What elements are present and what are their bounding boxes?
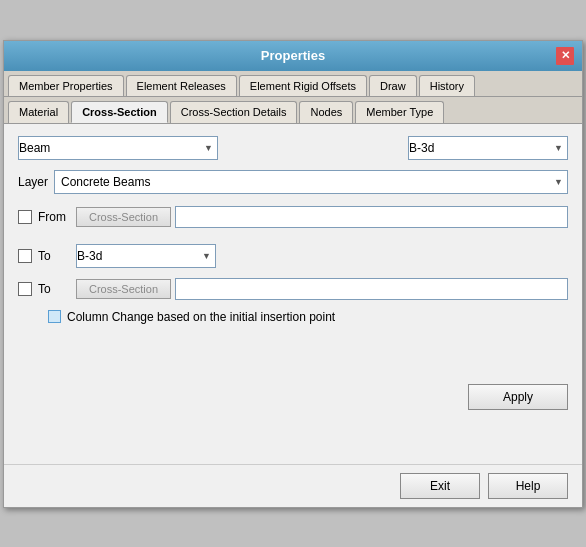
tabs-row1: Member Properties Element Releases Eleme…: [4, 71, 582, 97]
column-change-checkbox[interactable]: [48, 310, 61, 323]
from-checkbox[interactable]: [18, 210, 32, 224]
window-title: Properties: [30, 48, 556, 63]
b3d-select-wrapper: B-3d: [408, 136, 568, 160]
tab-element-rigid-offsets[interactable]: Element Rigid Offsets: [239, 75, 367, 96]
layer-select[interactable]: Concrete Beams: [54, 170, 568, 194]
tab-element-releases[interactable]: Element Releases: [126, 75, 237, 96]
tab-member-properties[interactable]: Member Properties: [8, 75, 124, 96]
b3d-select[interactable]: B-3d: [408, 136, 568, 160]
to2-checkbox[interactable]: [18, 282, 32, 296]
close-button[interactable]: ✕: [556, 47, 574, 65]
layer-label: Layer: [18, 175, 48, 189]
from-text-input[interactable]: [175, 206, 568, 228]
to1-label: To: [38, 249, 70, 263]
footer: Exit Help: [4, 464, 582, 507]
beam-select[interactable]: Beam: [18, 136, 218, 160]
exit-button[interactable]: Exit: [400, 473, 480, 499]
to1-checkbox[interactable]: [18, 249, 32, 263]
tab-nodes[interactable]: Nodes: [299, 101, 353, 123]
top-selects-row: Beam B-3d: [18, 136, 568, 160]
tab-cross-section[interactable]: Cross-Section: [71, 101, 168, 123]
column-change-row: Column Change based on the initial inser…: [48, 310, 568, 324]
title-bar: Properties ✕: [4, 41, 582, 71]
to2-text-input[interactable]: [175, 278, 568, 300]
to-row2: To Cross-Section: [18, 278, 568, 300]
tab-cross-section-details[interactable]: Cross-Section Details: [170, 101, 298, 123]
tab-draw[interactable]: Draw: [369, 75, 417, 96]
apply-button[interactable]: Apply: [468, 384, 568, 410]
to2-crosssection-button[interactable]: Cross-Section: [76, 279, 171, 299]
content-area: Beam B-3d Layer Concrete Beams From Cros…: [4, 124, 582, 464]
properties-window: Properties ✕ Member Properties Element R…: [3, 40, 583, 508]
beam-select-wrapper: Beam: [18, 136, 218, 160]
to2-label: To: [38, 282, 70, 296]
tabs-row2: Material Cross-Section Cross-Section Det…: [4, 97, 582, 124]
from-crosssection-button[interactable]: Cross-Section: [76, 207, 171, 227]
help-button[interactable]: Help: [488, 473, 568, 499]
from-label: From: [38, 210, 70, 224]
layer-row: Layer Concrete Beams: [18, 170, 568, 194]
tab-member-type[interactable]: Member Type: [355, 101, 444, 123]
to1-select-wrapper: B-3d: [76, 244, 216, 268]
column-change-label: Column Change based on the initial inser…: [67, 310, 335, 324]
to-row1: To B-3d: [18, 244, 568, 268]
layer-select-wrapper: Concrete Beams: [54, 170, 568, 194]
to1-select[interactable]: B-3d: [76, 244, 216, 268]
tab-material[interactable]: Material: [8, 101, 69, 123]
from-row: From Cross-Section: [18, 206, 568, 228]
tab-history[interactable]: History: [419, 75, 475, 96]
